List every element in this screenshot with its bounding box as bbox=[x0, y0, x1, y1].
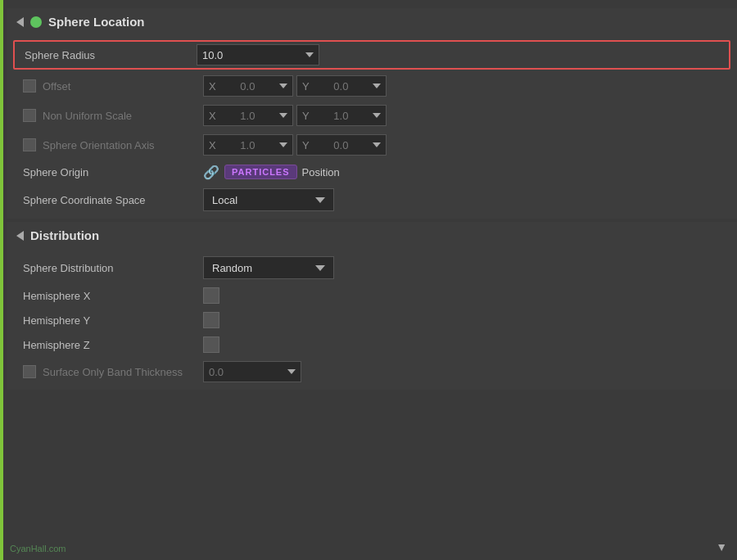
offset-row: Offset X 0.0 Y 0.0 bbox=[7, 71, 737, 101]
hemisphere-x-controls bbox=[203, 287, 724, 304]
enable-circle-icon[interactable] bbox=[30, 16, 42, 28]
sphere-coordinate-space-label: Sphere Coordinate Space bbox=[23, 194, 203, 206]
hemisphere-y-row: Hemisphere Y bbox=[7, 308, 737, 332]
non-uniform-scale-xy-group: X 1.0 Y 1.0 bbox=[203, 105, 387, 126]
sphere-coordinate-space-row: Sphere Coordinate Space Local bbox=[7, 184, 737, 215]
soa-y-label: Y bbox=[302, 139, 310, 151]
surface-only-band-thickness-row: Surface Only Band Thickness 0.0 bbox=[7, 357, 737, 386]
nus-y-label: Y bbox=[302, 110, 310, 122]
offset-x-arrow bbox=[279, 84, 287, 88]
offset-y-label: Y bbox=[302, 80, 310, 93]
sphere-radius-arrow bbox=[305, 52, 314, 57]
collapse-icon bbox=[16, 17, 24, 27]
nus-x-value: 1.0 bbox=[240, 110, 255, 122]
soa-x-field[interactable]: X 1.0 bbox=[203, 134, 293, 156]
watermark: CyanHall.com bbox=[10, 544, 66, 553]
hemisphere-y-controls bbox=[203, 312, 724, 328]
offset-x-value: 0.0 bbox=[240, 80, 255, 93]
sphere-radius-controls: 10.0 bbox=[197, 44, 721, 65]
sphere-coordinate-space-controls: Local bbox=[203, 188, 724, 211]
sphere-coordinate-space-dropdown[interactable]: Local bbox=[203, 188, 334, 211]
sphere-orientation-axis-row: Sphere Orientation Axis X 1.0 Y 0.0 bbox=[7, 130, 737, 160]
sobt-controls: 0.0 bbox=[203, 361, 724, 382]
offset-y-arrow bbox=[373, 84, 381, 88]
hemisphere-y-checkbox[interactable] bbox=[203, 312, 219, 328]
sphere-distribution-value: Random bbox=[212, 262, 252, 274]
sphere-origin-controls: 🔗 PARTICLES Position bbox=[203, 165, 724, 180]
distribution-collapse-icon bbox=[16, 231, 24, 241]
sphere-radius-row-wrapper: Sphere Radius 10.0 bbox=[7, 38, 737, 71]
link-icon[interactable]: 🔗 bbox=[203, 165, 219, 180]
sobt-value: 0.0 bbox=[209, 366, 224, 378]
offset-y-value: 0.0 bbox=[333, 80, 348, 93]
sphere-location-body: Sphere Radius 10.0 Offset bbox=[7, 35, 737, 219]
nus-y-arrow bbox=[373, 113, 381, 118]
particles-badge[interactable]: PARTICLES bbox=[224, 165, 297, 179]
non-uniform-scale-checkbox[interactable] bbox=[23, 109, 36, 122]
distribution-section: Distribution Sphere Distribution Random … bbox=[7, 222, 737, 390]
distribution-title: Distribution bbox=[30, 228, 99, 242]
scroll-indicator[interactable]: ▼ bbox=[716, 540, 727, 553]
sphere-origin-label: Sphere Origin bbox=[23, 166, 203, 178]
hemisphere-z-checkbox[interactable] bbox=[203, 336, 219, 353]
nus-x-arrow bbox=[279, 113, 287, 118]
sphere-coordinate-space-value: Local bbox=[212, 194, 237, 206]
offset-checkbox[interactable] bbox=[23, 79, 36, 93]
sobt-label-wrapper: Surface Only Band Thickness bbox=[23, 365, 203, 378]
sphere-coordinate-space-arrow bbox=[315, 197, 325, 203]
non-uniform-scale-row: Non Uniform Scale X 1.0 Y 1.0 bbox=[7, 101, 737, 130]
sphere-location-section: Sphere Location Sphere Radius 10.0 bbox=[7, 8, 737, 219]
hemisphere-x-label: Hemisphere X bbox=[23, 290, 203, 302]
soa-x-arrow bbox=[279, 142, 287, 147]
sphere-location-title: Sphere Location bbox=[48, 15, 145, 29]
hemisphere-z-label: Hemisphere Z bbox=[23, 339, 203, 351]
sphere-origin-row: Sphere Origin 🔗 PARTICLES Position bbox=[7, 160, 737, 184]
nus-x-label: X bbox=[209, 110, 216, 122]
sobt-input[interactable]: 0.0 bbox=[203, 361, 301, 382]
offset-x-label: X bbox=[209, 80, 216, 93]
soa-x-label: X bbox=[209, 139, 216, 151]
hemisphere-z-row: Hemisphere Z bbox=[7, 332, 737, 357]
left-accent-bar bbox=[0, 0, 7, 560]
offset-xy-group: X 0.0 Y 0.0 bbox=[203, 75, 387, 97]
soa-label: Sphere Orientation Axis bbox=[43, 139, 155, 151]
offset-label: Offset bbox=[43, 80, 70, 93]
sphere-distribution-controls: Random bbox=[203, 256, 724, 279]
non-uniform-scale-x-field[interactable]: X 1.0 bbox=[203, 105, 293, 126]
sobt-arrow bbox=[287, 369, 296, 374]
non-uniform-scale-label: Non Uniform Scale bbox=[43, 110, 132, 122]
non-uniform-scale-label-wrapper: Non Uniform Scale bbox=[23, 109, 203, 122]
sphere-distribution-row: Sphere Distribution Random bbox=[7, 252, 737, 283]
hemisphere-x-row: Hemisphere X bbox=[7, 283, 737, 308]
position-label: Position bbox=[302, 166, 340, 178]
hemisphere-x-checkbox[interactable] bbox=[203, 287, 219, 304]
hemisphere-y-label: Hemisphere Y bbox=[23, 314, 203, 327]
non-uniform-scale-y-field[interactable]: Y 1.0 bbox=[296, 105, 387, 126]
soa-y-field[interactable]: Y 0.0 bbox=[296, 134, 387, 156]
offset-x-field[interactable]: X 0.0 bbox=[203, 75, 293, 97]
offset-controls: X 0.0 Y 0.0 bbox=[203, 75, 724, 97]
sphere-distribution-label: Sphere Distribution bbox=[23, 262, 203, 274]
non-uniform-scale-controls: X 1.0 Y 1.0 bbox=[203, 105, 724, 126]
soa-checkbox[interactable] bbox=[23, 138, 36, 151]
sphere-location-header[interactable]: Sphere Location bbox=[7, 8, 737, 35]
distribution-body: Sphere Distribution Random Hemisphere X … bbox=[7, 249, 737, 390]
hemisphere-z-controls bbox=[203, 336, 724, 353]
main-content: Sphere Location Sphere Radius 10.0 bbox=[7, 0, 737, 560]
soa-label-wrapper: Sphere Orientation Axis bbox=[23, 138, 203, 151]
soa-controls: X 1.0 Y 0.0 bbox=[203, 134, 724, 156]
sphere-distribution-dropdown[interactable]: Random bbox=[203, 256, 334, 279]
sphere-radius-highlight: Sphere Radius 10.0 bbox=[13, 40, 730, 70]
sphere-radius-input[interactable]: 10.0 bbox=[197, 44, 319, 65]
sphere-radius-value: 10.0 bbox=[202, 49, 223, 61]
sobt-checkbox[interactable] bbox=[23, 365, 36, 378]
offset-y-field[interactable]: Y 0.0 bbox=[296, 75, 387, 97]
soa-x-value: 1.0 bbox=[240, 139, 255, 151]
soa-y-arrow bbox=[373, 142, 381, 147]
offset-label-wrapper: Offset bbox=[23, 79, 203, 93]
soa-xy-group: X 1.0 Y 0.0 bbox=[203, 134, 387, 156]
sphere-radius-label: Sphere Radius bbox=[25, 49, 197, 61]
sobt-label: Surface Only Band Thickness bbox=[43, 366, 183, 378]
nus-y-value: 1.0 bbox=[333, 110, 348, 122]
distribution-header[interactable]: Distribution bbox=[7, 222, 737, 249]
